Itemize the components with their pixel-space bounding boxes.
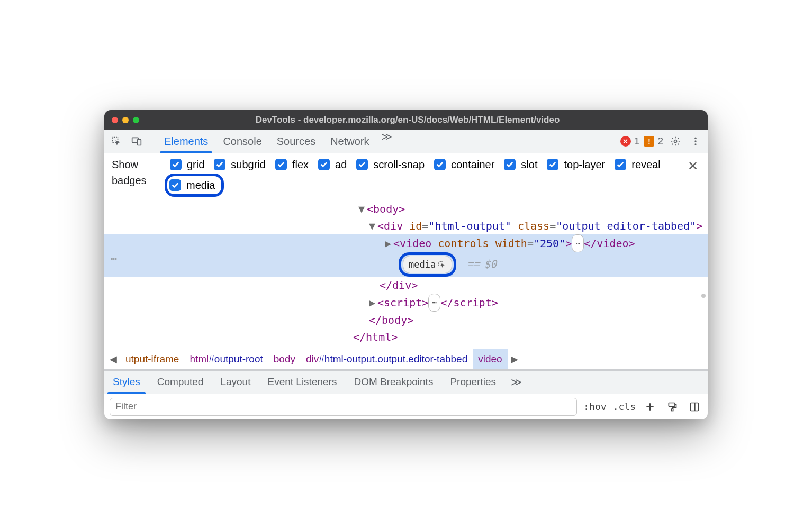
checkbox-icon [170,159,182,170]
paint-tool-icon[interactable] [664,399,680,415]
close-badges-panel-icon[interactable]: ✕ [684,157,701,176]
minimize-window-button[interactable] [122,117,129,123]
breadcrumb-item[interactable]: div#html-output.output.editor-tabbed [301,349,473,369]
dom-node-html-close[interactable]: </html> [104,329,708,345]
badge-flex[interactable]: flex [275,157,309,172]
checkbox-icon [615,159,626,170]
svg-rect-8 [669,403,675,406]
badge-slot[interactable]: slot [504,157,537,172]
hov-toggle[interactable]: :hov [583,401,606,412]
tab-console[interactable]: Console [215,130,269,153]
dom-node-body-close[interactable]: </body> [104,312,708,329]
collapse-icon[interactable]: ▼ [358,200,367,217]
expand-icon[interactable]: ▶ [385,235,393,252]
checkbox-icon [214,159,225,170]
device-toolbar-icon[interactable] [128,132,146,150]
separator [151,135,151,148]
badge-media[interactable]: media [169,177,215,193]
dom-node-body-open[interactable]: ▼<body> [104,200,708,217]
checkbox-icon [356,159,368,170]
svg-point-6 [694,143,696,145]
badge-scroll-snap[interactable]: scroll-snap [356,157,425,172]
maximize-window-button[interactable] [133,117,139,123]
breadcrumb-scroll-right-icon[interactable]: ▶ [508,353,521,365]
badges-list: grid subgrid flex ad scroll-snap contain… [170,157,684,195]
badges-panel: Show badges grid subgrid flex ad scroll-… [104,153,708,198]
toggle-rendering-icon[interactable] [687,399,702,415]
close-window-button[interactable] [112,117,118,123]
styles-tabs-overflow-icon[interactable]: ≫ [504,376,528,388]
checkbox-icon [169,179,181,191]
main-toolbar: Elements Console Sources Network ≫ ✕ 1 !… [104,130,708,153]
badge-reveal[interactable]: reveal [615,157,660,172]
svg-rect-9 [671,409,673,411]
breadcrumb: ◀ utput-iframe html#output-root body div… [104,349,708,371]
error-count-value: 1 [634,135,640,147]
breadcrumb-item[interactable]: body [268,349,301,369]
badge-ad[interactable]: ad [318,157,347,172]
ellipsis-icon[interactable]: ⋯ [428,294,440,312]
kebab-menu-icon[interactable] [687,132,705,150]
media-badge[interactable]: media [403,256,452,273]
tab-dom-breakpoints[interactable]: DOM Breakpoints [345,371,441,394]
dom-node-div-close[interactable]: </div> [104,277,708,294]
devtools-window: DevTools - developer.mozilla.org/en-US/d… [104,110,708,419]
badge-grid[interactable]: grid [170,157,204,172]
gutter-icon[interactable]: ⋯ [111,250,118,267]
dom-tree[interactable]: ▼<body> ▼<div id="html-output" class="ou… [104,198,708,349]
inspect-element-icon[interactable] [107,132,125,150]
tab-computed[interactable]: Computed [149,371,212,394]
badge-label: subgrid [231,157,266,172]
breadcrumb-item-current[interactable]: video [473,349,507,369]
media-badge-label: media [409,256,436,273]
inspect-icon [438,260,446,269]
styles-tabs: Styles Computed Layout Event Listeners D… [104,371,708,394]
equals-marker: == [467,257,480,270]
tab-sources[interactable]: Sources [269,130,323,153]
dom-node-script[interactable]: ▶<script>⋯</script> [104,294,708,312]
badge-media-highlight: media [165,174,224,197]
collapse-icon[interactable]: ▼ [369,217,377,234]
breadcrumb-item[interactable]: utput-iframe [120,349,184,369]
checkbox-icon [434,159,446,170]
badge-label: ad [335,157,347,172]
tab-elements[interactable]: Elements [157,130,215,153]
tab-event-listeners[interactable]: Event Listeners [259,371,345,394]
checkbox-icon [504,159,516,170]
dom-node-div-open[interactable]: ▼<div id="html-output" class="output edi… [104,217,708,234]
svg-rect-2 [138,140,141,145]
tabs-overflow-icon[interactable]: ≫ [377,130,396,153]
badge-label: flex [292,157,309,172]
badge-label: top-layer [564,157,605,172]
badge-top-layer[interactable]: top-layer [547,157,605,172]
scrollbar-thumb[interactable] [701,294,706,298]
cls-toggle[interactable]: .cls [613,401,636,412]
expand-icon[interactable]: ▶ [369,294,377,311]
warning-count[interactable]: ! 2 [643,135,664,147]
breadcrumb-scroll-left-icon[interactable]: ◀ [106,353,120,365]
dom-node-video-badge-row: media ==$0 [104,252,708,277]
ellipsis-icon[interactable]: ⋯ [572,234,584,252]
badge-label: grid [187,157,204,172]
media-badge-highlight: media [399,252,456,277]
tab-properties[interactable]: Properties [441,371,504,394]
warning-count-value: 2 [657,135,663,147]
badge-subgrid[interactable]: subgrid [214,157,266,172]
badge-container[interactable]: container [434,157,494,172]
badge-label: media [186,177,215,193]
tab-styles[interactable]: Styles [104,371,149,394]
dom-node-video[interactable]: ⋯ ▶<video controls width="250">⋯</video> [104,234,708,252]
styles-toolbar: :hov .cls [104,394,708,419]
tab-layout[interactable]: Layout [212,371,259,394]
titlebar: DevTools - developer.mozilla.org/en-US/d… [104,110,708,130]
tab-network[interactable]: Network [323,130,376,153]
svg-point-3 [674,140,677,143]
breadcrumb-item[interactable]: html#output-root [184,349,268,369]
styles-filter-input[interactable] [110,398,577,416]
badges-label: Show badges [112,157,170,188]
badge-label: scroll-snap [373,157,425,172]
settings-icon[interactable] [666,132,684,150]
error-count[interactable]: ✕ 1 [619,135,641,147]
window-title: DevTools - developer.mozilla.org/en-US/d… [149,115,666,125]
new-style-rule-icon[interactable] [642,399,658,415]
